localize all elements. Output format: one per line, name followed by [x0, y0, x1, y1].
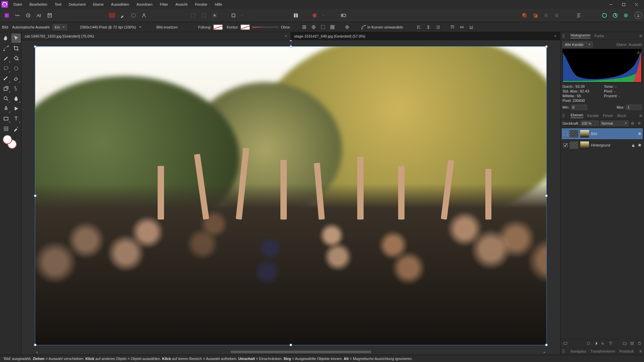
close-tab-2-icon[interactable]: × [554, 34, 556, 39]
panel-menu-icon[interactable]: ≡ [639, 33, 642, 39]
tab-farbe[interactable]: Farbe [594, 34, 604, 38]
add-layer-icon[interactable] [629, 341, 635, 346]
scroll-left-icon[interactable]: ◂ [35, 350, 39, 354]
account-avatar-icon[interactable] [635, 12, 642, 19]
hide-selection-icon[interactable] [319, 23, 327, 31]
convert-curves-button[interactable]: In Kurven umwandeln [358, 23, 406, 31]
menu-hilfe[interactable]: Hilfe [211, 1, 225, 8]
menu-filter[interactable]: Filter [157, 1, 171, 8]
align-mid-icon[interactable] [458, 23, 466, 31]
align-bottom-icon[interactable] [468, 23, 475, 31]
fill-swatch[interactable] [213, 24, 223, 30]
stack-back-icon[interactable] [531, 11, 540, 20]
handle-mid-left[interactable] [34, 194, 37, 197]
mask-layer-icon[interactable] [586, 341, 591, 346]
transform-origin-icon[interactable] [310, 23, 317, 31]
lock-children-icon[interactable] [301, 23, 308, 31]
pen-tool-icon[interactable] [1, 104, 11, 113]
hand-tool-icon[interactable] [1, 34, 11, 43]
panel-grip-icon[interactable] [562, 350, 565, 353]
menu-ebene[interactable]: Ebene [90, 1, 107, 8]
chevron-down-icon[interactable] [239, 11, 245, 20]
window-maximize-button[interactable] [617, 0, 630, 9]
replace-image-button[interactable]: Bild ersetzen [153, 24, 181, 31]
layer-visibility-icon[interactable] [638, 144, 641, 146]
select-invert-icon[interactable] [199, 11, 209, 20]
move-tool-icon[interactable] [11, 34, 21, 43]
handle-top-left[interactable] [34, 45, 37, 48]
align-panel-icon[interactable] [574, 11, 584, 20]
align-left-icon[interactable] [415, 23, 423, 31]
assistant-icon[interactable] [310, 11, 319, 20]
layer-image-thumb[interactable] [580, 130, 589, 137]
handle-bot-mid[interactable] [289, 344, 292, 346]
tab-protokoll[interactable]: Protokoll [619, 349, 634, 353]
handle-bot-left[interactable] [34, 344, 37, 346]
select-none-icon[interactable] [189, 11, 198, 20]
dimensions-readout[interactable]: 2560x1440 Pixel @ 72 dpi (100%) [78, 24, 143, 30]
autocolor-icon[interactable] [140, 11, 149, 20]
grid-snap-icon[interactable] [329, 23, 336, 31]
select-all-icon[interactable] [210, 11, 219, 20]
text-tool-icon[interactable] [11, 114, 21, 123]
rotation-handle[interactable] [289, 40, 292, 41]
tab-histogramm[interactable]: Histogramm [571, 33, 590, 38]
tab-kanaele[interactable]: Kanäle [587, 114, 599, 118]
tab-navigator[interactable]: Navigator [571, 349, 586, 353]
layer-image-thumb[interactable] [580, 141, 589, 149]
spray-tool-icon[interactable] [11, 84, 21, 93]
canvas[interactable] [35, 46, 547, 345]
tab-pinsel[interactable]: Pinsel [603, 114, 613, 118]
canvas-viewport[interactable]: ◂ ▸ [21, 40, 560, 355]
shape-play-tool-icon[interactable] [11, 104, 21, 113]
hist-min-input[interactable] [571, 105, 587, 110]
panel-menu-icon[interactable]: ≡ [639, 349, 642, 354]
layer-visibility-icon[interactable] [638, 132, 641, 135]
adjustment-layer-icon[interactable] [593, 341, 598, 346]
cycle-select-icon[interactable] [343, 23, 351, 31]
tab-stock[interactable]: Stock [617, 114, 626, 118]
live-filter-icon[interactable] [608, 341, 613, 346]
dodge-tool-icon[interactable] [1, 94, 11, 103]
rectangle-tool-icon[interactable] [1, 114, 11, 123]
layer-mask-thumb[interactable] [570, 141, 578, 149]
fg-bg-swatches[interactable] [1, 134, 21, 150]
sync-2-icon[interactable] [610, 11, 620, 20]
mesh-tool-icon[interactable] [1, 124, 11, 133]
node-tool-icon[interactable] [1, 44, 11, 53]
persona-liquify-icon[interactable] [13, 11, 22, 20]
fill-tool-icon[interactable] [11, 54, 21, 63]
align-center-icon[interactable] [425, 23, 432, 31]
group-layer-icon[interactable] [622, 341, 627, 346]
tab-transformieren[interactable]: Transformieren [590, 349, 615, 353]
stroke-swatch[interactable] [240, 24, 250, 30]
arrange-split-icon[interactable] [291, 11, 301, 20]
menu-anordnen[interactable]: Anordnen [133, 1, 156, 8]
layer-name[interactable]: Hintergrund [591, 143, 610, 147]
selection-bounds[interactable] [35, 46, 547, 345]
persona-photo-icon[interactable] [2, 11, 11, 20]
eraser-tool-icon[interactable] [11, 74, 21, 83]
layer-fx-gear2-icon[interactable] [637, 121, 642, 126]
clone-tool-icon[interactable] [1, 84, 11, 93]
scroll-right-icon[interactable]: ▸ [543, 350, 547, 354]
chevron-down-icon[interactable] [321, 11, 326, 20]
menu-auswaehlen[interactable]: Auswählen [108, 1, 132, 8]
hist-max-input[interactable] [626, 105, 642, 110]
scroll-thumb[interactable] [230, 351, 372, 353]
close-tab-1-icon[interactable]: × [284, 34, 287, 39]
window-close-button[interactable] [630, 0, 643, 9]
crop-dropdown-icon[interactable] [229, 11, 238, 20]
menu-bearbeiten[interactable]: Bearbeiten [26, 1, 51, 8]
persona-tone-icon[interactable] [34, 11, 44, 20]
layer-tag-icon[interactable] [562, 341, 568, 346]
layer-row-hintergrund[interactable]: Hintergrund [562, 140, 643, 150]
sync-1-icon[interactable] [600, 11, 609, 20]
swatch-1-icon[interactable] [107, 11, 117, 20]
eyedropper-small-icon[interactable] [118, 11, 127, 20]
persona-develop-icon[interactable] [23, 11, 33, 20]
persona-export-icon[interactable] [45, 11, 54, 20]
panel-menu-icon[interactable]: ≡ [639, 113, 642, 118]
layer-expand-icon[interactable] [564, 132, 568, 136]
stack-front-icon[interactable] [520, 11, 529, 20]
